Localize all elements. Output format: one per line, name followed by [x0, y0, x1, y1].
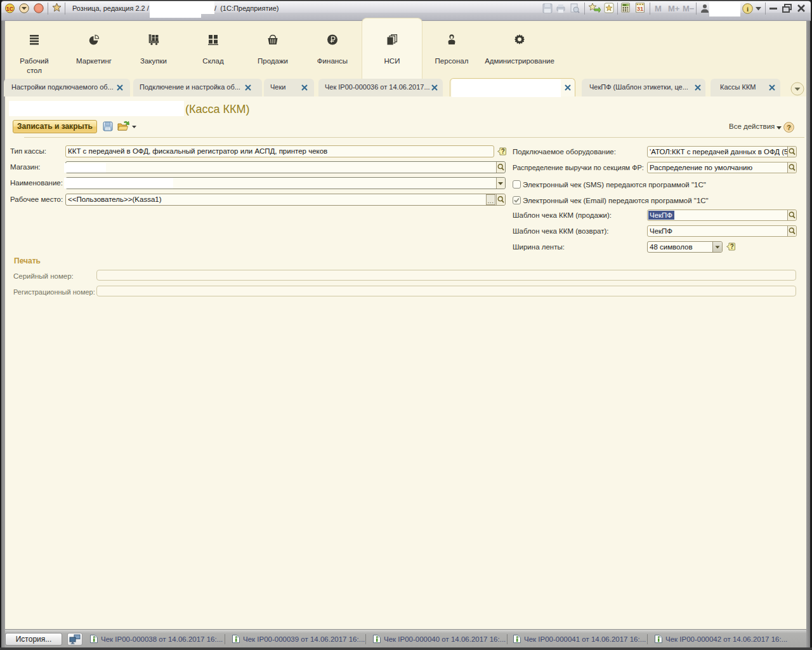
svg-text:?: ?	[501, 148, 505, 155]
svg-text:31: 31	[637, 5, 644, 12]
svg-text:i: i	[747, 5, 749, 13]
svg-text:1C: 1C	[6, 6, 14, 12]
svg-text:?: ?	[730, 243, 734, 250]
svg-text:?: ?	[787, 124, 791, 131]
